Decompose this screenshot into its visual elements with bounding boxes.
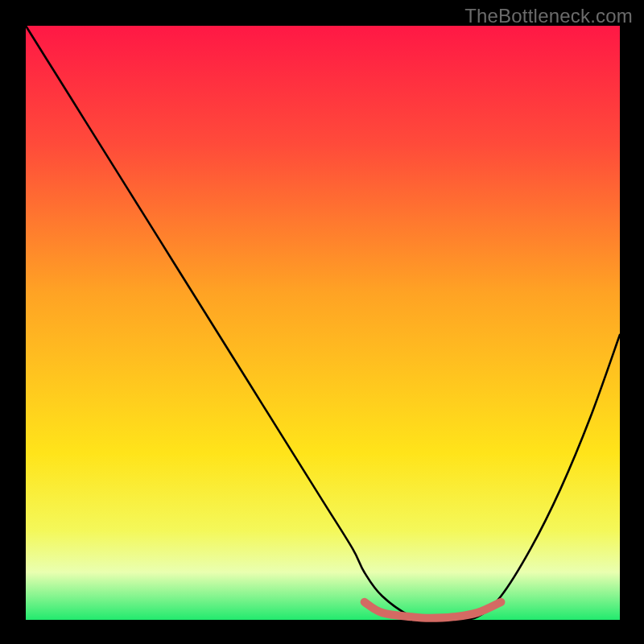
gradient-background xyxy=(26,26,620,620)
bottleneck-chart xyxy=(0,0,644,644)
watermark-text: TheBottleneck.com xyxy=(464,5,633,27)
chart-stage: TheBottleneck.com xyxy=(0,0,644,644)
